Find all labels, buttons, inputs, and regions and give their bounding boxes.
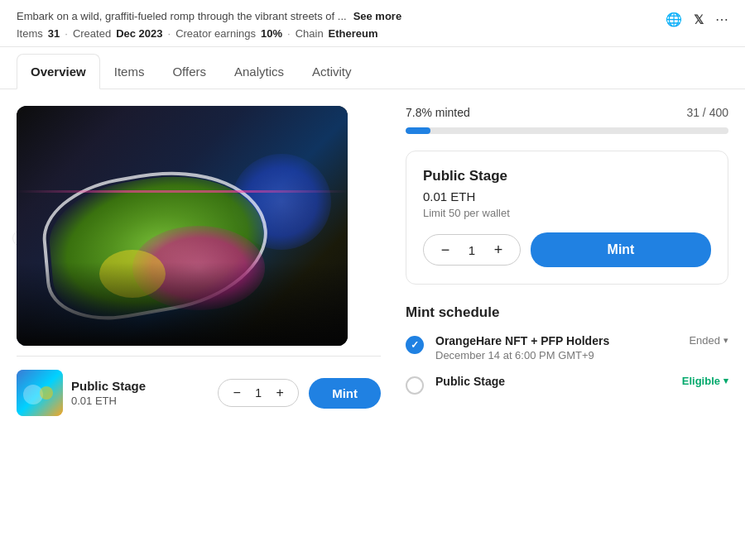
progress-bar-fill	[406, 127, 430, 134]
chevron-down-icon-orangehare[interactable]: ▾	[723, 335, 728, 346]
right-panel: 7.8% minted 31 / 400 Public Stage 0.01 E…	[381, 106, 728, 416]
description-text: Embark on a wild, graffiti-fueled romp t…	[17, 10, 347, 22]
stage-thumbnail	[17, 370, 63, 416]
stage-mint-button[interactable]: Mint	[531, 232, 711, 267]
minted-count: 31 / 400	[686, 106, 728, 119]
bottom-quantity-value: 1	[250, 386, 267, 400]
left-panel: Public Stage 0.01 ETH − 1 + Mint	[17, 106, 381, 416]
items-count: 31	[48, 27, 60, 40]
tab-items[interactable]: Items	[100, 54, 159, 89]
tab-bar: Overview Items Offers Analytics Activity	[0, 54, 745, 89]
created-label: Created	[73, 27, 111, 40]
schedule-title: Mint schedule	[406, 304, 728, 321]
see-more-link[interactable]: See more	[353, 10, 402, 22]
bottom-stage-price: 0.01 ETH	[71, 395, 209, 407]
twitter-icon[interactable]: 𝕏	[694, 12, 704, 27]
svg-point-2	[40, 386, 53, 400]
schedule-date-orangehare: December 14 at 6:00 PM GMT+9	[435, 349, 677, 361]
stage-decrement-button[interactable]: −	[435, 240, 455, 260]
tab-analytics[interactable]: Analytics	[220, 54, 298, 89]
bottom-increment-button[interactable]: +	[270, 383, 290, 403]
public-stage-card: Public Stage 0.01 ETH Limit 50 per walle…	[406, 151, 728, 285]
schedule-name-orangehare: OrangeHare NFT + PFP Holders	[435, 334, 677, 347]
schedule-item-public: Public Stage Eligible ▾	[406, 375, 728, 395]
tab-offers[interactable]: Offers	[158, 54, 220, 89]
stage-card-price: 0.01 ETH	[423, 189, 711, 203]
schedule-name-public: Public Stage	[435, 375, 670, 388]
stage-quantity-control: − 1 +	[423, 234, 521, 266]
bottom-quantity-control: − 1 +	[218, 379, 299, 407]
bottom-decrement-button[interactable]: −	[227, 383, 247, 403]
stage-quantity-value: 1	[462, 243, 482, 257]
bottom-stage-title: Public Stage	[71, 379, 209, 393]
stage-info: Public Stage 0.01 ETH	[71, 379, 209, 407]
stage-card-title: Public Stage	[423, 168, 711, 184]
earnings-label: Creator earnings	[175, 27, 256, 40]
mint-schedule: Mint schedule OrangeHare NFT + PFP Holde…	[406, 304, 728, 395]
stage-card-limit: Limit 50 per wallet	[423, 207, 711, 219]
schedule-info-orangehare: OrangeHare NFT + PFP Holders December 14…	[435, 334, 677, 361]
progress-row: 7.8% minted 31 / 400	[406, 106, 728, 119]
tab-overview[interactable]: Overview	[17, 54, 100, 89]
bottom-mint-button[interactable]: Mint	[309, 378, 381, 409]
schedule-info-public: Public Stage	[435, 375, 670, 388]
stage-increment-button[interactable]: +	[488, 240, 508, 260]
globe-icon[interactable]: 🌐	[666, 12, 682, 27]
schedule-status-public: Eligible ▾	[682, 375, 728, 387]
progress-bar-background	[406, 127, 728, 134]
stage-controls: − 1 + Mint	[423, 232, 711, 267]
more-options-icon[interactable]: ⋯	[715, 12, 728, 27]
schedule-radio-public	[406, 376, 424, 395]
bottom-mint-controls: − 1 + Mint	[218, 378, 381, 409]
chain-label: Chain	[296, 27, 324, 40]
schedule-item-orangehare: OrangeHare NFT + PFP Holders December 14…	[406, 334, 728, 361]
minted-label: 7.8% minted	[406, 106, 470, 119]
schedule-status-orangehare: Ended ▾	[689, 334, 728, 347]
nft-image	[17, 106, 348, 346]
items-label: Items	[17, 27, 43, 40]
tab-activity[interactable]: Activity	[298, 54, 366, 89]
earnings-value: 10%	[261, 27, 282, 40]
chain-value: Ethereum	[329, 27, 378, 40]
schedule-radio-orangehare	[406, 336, 424, 354]
chevron-down-icon-public[interactable]: ▾	[723, 376, 728, 386]
created-value: Dec 2023	[116, 27, 162, 40]
bottom-stage-bar: Public Stage 0.01 ETH − 1 + Mint	[17, 356, 381, 416]
